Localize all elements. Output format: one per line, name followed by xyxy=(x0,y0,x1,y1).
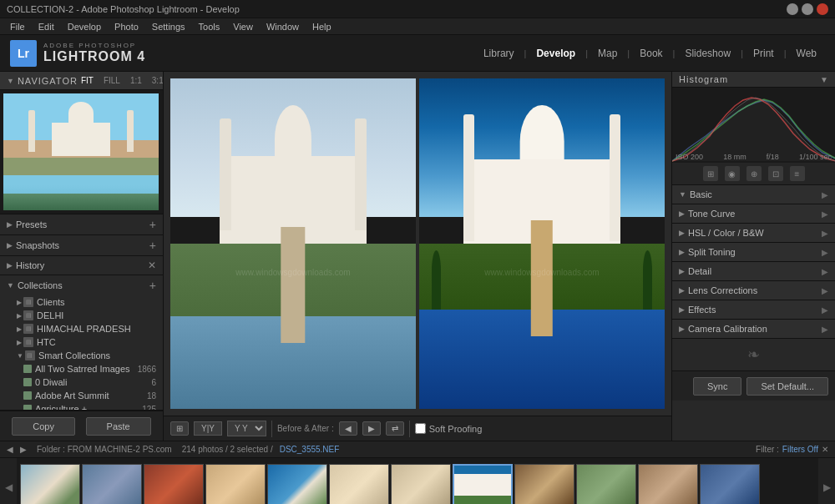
before-after-left-button[interactable]: ◀ xyxy=(339,421,357,436)
lens-corrections-arrow: ▶ xyxy=(822,286,828,295)
nav-slideshow[interactable]: Slideshow xyxy=(676,44,739,63)
sync-button[interactable]: Sync xyxy=(693,377,741,396)
menu-bar: File Edit Develop Photo Settings Tools V… xyxy=(0,18,835,35)
thumbnail[interactable] xyxy=(144,464,204,505)
list-item[interactable]: Adobe Art Summit 18 xyxy=(0,389,163,402)
thumbnail[interactable] xyxy=(514,464,574,505)
menu-develop[interactable]: Develop xyxy=(61,20,108,33)
collections-add-icon[interactable]: + xyxy=(149,279,156,292)
effects-header[interactable]: ▶ Effects ▶ xyxy=(672,300,835,319)
snapshots-add-icon[interactable]: + xyxy=(149,239,156,252)
hist-ctrl-4[interactable]: ⊡ xyxy=(768,166,783,181)
thumbnail[interactable] xyxy=(205,464,266,505)
filename-link[interactable]: DSC_3555.NEF xyxy=(280,445,340,454)
presets-add-icon[interactable]: + xyxy=(149,218,156,231)
thumbnail[interactable] xyxy=(20,464,80,505)
thumbnail[interactable] xyxy=(267,464,327,505)
detail-header[interactable]: ▶ Detail ▶ xyxy=(672,262,835,280)
minaret-l-after xyxy=(463,114,474,241)
hist-ctrl-5[interactable]: ≡ xyxy=(790,166,805,181)
maximize-button[interactable] xyxy=(802,3,813,15)
toolbar-sep xyxy=(271,421,272,437)
decorative-icon: ❧ xyxy=(672,339,835,370)
thumbnail[interactable] xyxy=(391,464,451,505)
thumbnail[interactable] xyxy=(329,464,389,505)
hist-ctrl-1[interactable]: ⊞ xyxy=(703,166,718,181)
lr-brand: ADOBE PHOTOSHOP LIGHTROOM 4 xyxy=(43,42,145,64)
list-item[interactable]: All Two Satrred Images 1866 xyxy=(0,362,163,375)
menu-help[interactable]: Help xyxy=(306,20,338,33)
app-name: LIGHTROOM 4 xyxy=(43,49,145,64)
menu-tools[interactable]: Tools xyxy=(192,20,227,33)
camera-calibration-header[interactable]: ▶ Camera Calibration ▶ xyxy=(672,320,835,338)
sc-count: 18 xyxy=(147,391,156,401)
nav-map[interactable]: Map xyxy=(590,44,625,63)
list-item[interactable]: ▶ ▤ Clients xyxy=(0,295,163,309)
list-item[interactable]: Agriculture + 125 xyxy=(0,402,163,411)
zoom-fit[interactable]: FIT xyxy=(78,75,97,86)
zoom-3-1[interactable]: 3:1 xyxy=(149,75,164,86)
tone-curve-title: Tone Curve xyxy=(688,209,822,219)
swap-button[interactable]: ⇄ xyxy=(386,421,404,436)
hsl-section: ▶ HSL / Color / B&W ▶ xyxy=(672,224,835,243)
split-toning-header[interactable]: ▶ Split Toning ▶ xyxy=(672,243,835,261)
copy-paste-bar: Copy Paste xyxy=(0,411,163,441)
menu-file[interactable]: File xyxy=(3,20,32,33)
list-item[interactable]: 0 Diwali 6 xyxy=(0,375,163,389)
iso-info: ISO 200 xyxy=(676,153,703,161)
history-row[interactable]: ▶ History ✕ xyxy=(0,256,163,275)
minimize-button[interactable] xyxy=(787,3,798,15)
menu-view[interactable]: View xyxy=(226,20,260,33)
paste-button[interactable]: Paste xyxy=(86,417,151,436)
filter-value[interactable]: Filters Off xyxy=(782,445,818,454)
smart-coll-icon xyxy=(23,365,32,373)
nav-library[interactable]: Library xyxy=(475,44,523,63)
lens-corrections-header[interactable]: ▶ Lens Corrections ▶ xyxy=(672,281,835,300)
close-button[interactable] xyxy=(817,3,828,15)
collections-header-row[interactable]: ▼ Collections + xyxy=(0,275,163,295)
zoom-1-1[interactable]: 1:1 xyxy=(127,75,145,86)
view-select[interactable]: Y Y xyxy=(227,421,266,436)
navigator-zoom-controls: FIT FILL 1:1 3:1 xyxy=(78,75,164,86)
compare-mode-button[interactable]: Y|Y xyxy=(194,421,222,436)
lens-corrections-section: ▶ Lens Corrections ▶ xyxy=(672,281,835,300)
soft-proofing-checkbox[interactable] xyxy=(415,423,426,434)
filmstrip-nav-left[interactable]: ◀ xyxy=(0,458,17,505)
tone-curve-header[interactable]: ▶ Tone Curve ▶ xyxy=(672,204,835,223)
hist-ctrl-2[interactable]: ◉ xyxy=(725,166,740,181)
list-item[interactable]: ▼ ▤ Smart Collections xyxy=(0,349,163,362)
thumbnail[interactable] xyxy=(576,464,636,505)
list-item[interactable]: ▶ ▤ HIMACHAL PRADESH xyxy=(0,322,163,335)
menu-window[interactable]: Window xyxy=(260,20,306,33)
copy-button[interactable]: Copy xyxy=(12,417,75,436)
set-default-button[interactable]: Set Default... xyxy=(746,377,828,396)
thumbnail[interactable] xyxy=(82,464,142,505)
nav-develop[interactable]: Develop xyxy=(528,44,584,63)
thumbnail[interactable] xyxy=(700,464,760,505)
soft-proofing-check[interactable]: Soft Proofing xyxy=(415,423,483,434)
hist-ctrl-3[interactable]: ⊕ xyxy=(746,166,762,181)
history-close-icon[interactable]: ✕ xyxy=(148,260,156,271)
hsl-header[interactable]: ▶ HSL / Color / B&W ▶ xyxy=(672,224,835,242)
grid-view-button[interactable]: ⊞ xyxy=(170,421,189,436)
list-item[interactable]: ▶ ▤ DELHI xyxy=(0,309,163,322)
before-after-right-button[interactable]: ▶ xyxy=(362,421,381,436)
nav-web[interactable]: Web xyxy=(788,44,825,63)
thumbnail[interactable] xyxy=(453,464,513,505)
filmstrip-nav-right[interactable]: ▶ xyxy=(818,458,835,505)
menu-edit[interactable]: Edit xyxy=(32,20,61,33)
snapshots-row[interactable]: ▶ Snapshots + xyxy=(0,235,163,255)
navigator-header[interactable]: ▼ Navigator FIT FILL 1:1 3:1 xyxy=(0,72,163,90)
menu-photo[interactable]: Photo xyxy=(108,20,145,33)
thumbnail[interactable] xyxy=(638,464,698,505)
zoom-fill[interactable]: FILL xyxy=(100,75,124,86)
menu-settings[interactable]: Settings xyxy=(145,20,192,33)
nav-print[interactable]: Print xyxy=(745,44,782,63)
basic-header[interactable]: ▼ Basic ▶ xyxy=(672,185,835,204)
presets-row[interactable]: ▶ Presets + xyxy=(0,214,163,234)
filter-close[interactable]: ✕ xyxy=(822,445,828,454)
before-photo: www.windowsgdownloads.com xyxy=(170,78,416,409)
nav-book[interactable]: Book xyxy=(631,44,671,63)
title-bar: COLLECTION-2 - Adobe Photoshop Lightroom… xyxy=(0,0,835,18)
list-item[interactable]: ▶ ▤ HTC xyxy=(0,335,163,349)
